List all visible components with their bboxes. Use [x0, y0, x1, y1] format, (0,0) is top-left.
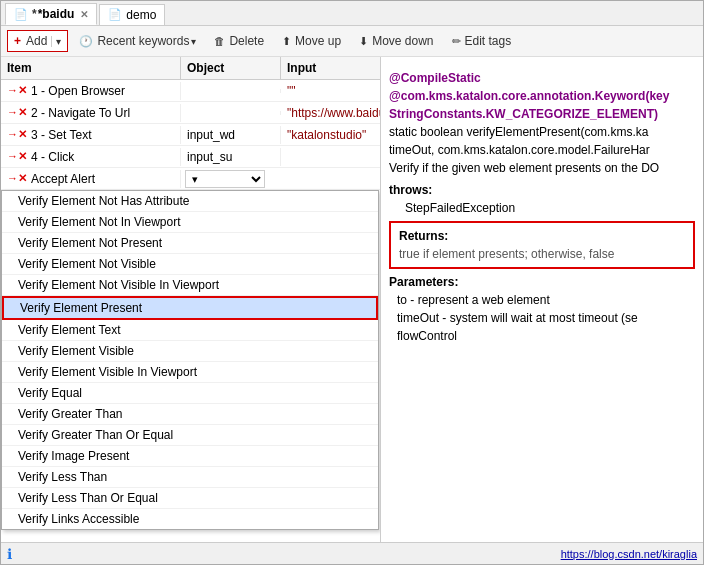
toolbar: + Add ▾ 🕐 Recent keywords ▾ 🗑 Delete ⬆ M…	[1, 26, 703, 57]
docs-panel: @CompileStatic @com.kms.katalon.core.ann…	[381, 57, 703, 542]
recent-keywords-label: Recent keywords	[97, 34, 189, 48]
col-header-object: Object	[181, 57, 281, 79]
dropdown-item[interactable]: Verify Element Not Present	[2, 233, 378, 254]
add-dropdown-arrow[interactable]: ▾	[51, 36, 61, 47]
docs-annotation-line2: @com.kms.katalon.core.annotation.Keyword…	[389, 87, 695, 105]
tab-label-demo: demo	[126, 8, 156, 22]
keyword-dropdown-list[interactable]: Verify Element Not Has Attribute Verify …	[1, 190, 379, 530]
step-input-1: ""	[281, 82, 380, 100]
accept-cell: →✕ Accept Alert	[1, 170, 181, 188]
info-link[interactable]: https://blog.csdn.net/kiraglia	[561, 548, 697, 560]
clock-icon: 🕐	[79, 35, 93, 48]
docs-description: Verify if the given web element presents…	[389, 159, 695, 177]
dropdown-item[interactable]: Verify Element Not Visible In Viewport	[2, 275, 378, 296]
file-icon-demo: 📄	[108, 8, 122, 21]
delete-label: Delete	[229, 34, 264, 48]
docs-returns-label: Returns:	[399, 227, 685, 245]
move-down-button[interactable]: ⬇ Move down	[352, 30, 440, 52]
tab-demo[interactable]: 📄 demo	[99, 4, 165, 25]
dropdown-item[interactable]: Verify Element Not Visible	[2, 254, 378, 275]
docs-throws-label: throws:	[389, 183, 432, 197]
accept-alert-label: Accept Alert	[31, 172, 95, 186]
edit-tags-label: Edit tags	[465, 34, 512, 48]
step-name-2: 2 - Navigate To Url	[31, 106, 130, 120]
step-list-panel: Item Object Input Outp →✕ 1 - Open Brows…	[1, 57, 381, 542]
add-button[interactable]: + Add ▾	[7, 30, 68, 52]
dropdown-item[interactable]: Verify Less Than Or Equal	[2, 488, 378, 509]
info-bar: ℹ https://blog.csdn.net/kiraglia	[1, 542, 703, 564]
docs-param-timeout: timeOut - system will wait at most timeo…	[397, 309, 695, 327]
docs-returns-value: true if element presents; otherwise, fal…	[399, 245, 685, 263]
step-input-3: "katalonstudio"	[281, 126, 380, 144]
step-arrow-icon: →✕	[7, 84, 27, 97]
content-area: Item Object Input Outp →✕ 1 - Open Brows…	[1, 57, 703, 542]
edit-tags-button[interactable]: ✏ Edit tags	[445, 30, 519, 52]
dropdown-item[interactable]: Verify Element Visible	[2, 341, 378, 362]
step-name-4: 4 - Click	[31, 150, 74, 164]
step-input-4	[281, 155, 380, 159]
move-up-button[interactable]: ⬆ Move up	[275, 30, 348, 52]
file-icon: 📄	[14, 8, 28, 21]
tab-baidu[interactable]: 📄 * *baidu ✕	[5, 3, 97, 25]
step-arrow-icon: →✕	[7, 150, 27, 163]
docs-param-to: to - represent a web element	[397, 291, 695, 309]
dropdown-item[interactable]: Verify Element Not Has Attribute	[2, 191, 378, 212]
tab-modified-indicator: *	[32, 7, 37, 21]
dropdown-item[interactable]: Verify Image Present	[2, 446, 378, 467]
move-up-label: Move up	[295, 34, 341, 48]
table-row[interactable]: →✕ 4 - Click input_su	[1, 146, 380, 168]
tab-label-baidu: *baidu	[38, 7, 75, 21]
col-header-item: Item	[1, 57, 181, 79]
dropdown-item[interactable]: Verify Element Text	[2, 320, 378, 341]
docs-annotation-line3: StringConstants.KW_CATEGORIZE_ELEMENT)	[389, 105, 695, 123]
main-window: 📄 * *baidu ✕ 📄 demo + Add ▾ 🕐 Recent key…	[0, 0, 704, 565]
docs-annotation-line1: @CompileStatic	[389, 69, 695, 87]
tab-bar: 📄 * *baidu ✕ 📄 demo	[1, 1, 703, 26]
step-object-3: input_wd	[181, 126, 281, 144]
col-header-input: Input	[281, 57, 381, 79]
docs-annotation-section: @CompileStatic @com.kms.katalon.core.ann…	[389, 69, 695, 177]
step-object-2	[181, 111, 281, 115]
dropdown-item[interactable]: Verify Element Visible In Viewport	[2, 362, 378, 383]
table-row[interactable]: →✕ 3 - Set Text input_wd "katalonstudio"	[1, 124, 380, 146]
docs-params-section: Parameters: to - represent a web element…	[389, 273, 695, 345]
docs-method-sig: static boolean verifyElementPresent(com.…	[389, 123, 695, 141]
step-name-1: 1 - Open Browser	[31, 84, 125, 98]
arrow-up-icon: ⬆	[282, 35, 291, 48]
step-item-3: →✕ 3 - Set Text	[1, 126, 181, 144]
info-icon: ℹ	[7, 546, 12, 562]
step-arrow-icon: →✕	[7, 172, 27, 185]
add-plus-icon: +	[14, 34, 21, 48]
accept-alert-select[interactable]: ▾	[185, 170, 265, 188]
table-row[interactable]: →✕ 1 - Open Browser ""	[1, 80, 380, 102]
docs-throws-value: StepFailedException	[405, 201, 515, 215]
step-arrow-icon: →✕	[7, 128, 27, 141]
docs-returns-box: Returns: true if element presents; other…	[389, 221, 695, 269]
dropdown-item[interactable]: Verify Less Than	[2, 467, 378, 488]
move-down-label: Move down	[372, 34, 433, 48]
step-input-2: "https://www.baidu.com/"	[281, 104, 380, 122]
step-name-3: 3 - Set Text	[31, 128, 91, 142]
dropdown-item[interactable]: Verify Greater Than Or Equal	[2, 425, 378, 446]
delete-icon: 🗑	[214, 35, 225, 47]
step-object-4: input_su	[181, 148, 281, 166]
recent-keywords-button[interactable]: 🕐 Recent keywords ▾	[72, 30, 203, 52]
docs-param1: timeOut, com.kms.katalon.core.model.Fail…	[389, 141, 695, 159]
step-object-1	[181, 89, 281, 93]
step-item-1: →✕ 1 - Open Browser	[1, 82, 181, 100]
dropdown-item[interactable]: Verify Greater Than	[2, 404, 378, 425]
dropdown-item[interactable]: Verify Element Not In Viewport	[2, 212, 378, 233]
dropdown-item-selected[interactable]: Verify Element Present	[2, 296, 378, 320]
table-header: Item Object Input Outp	[1, 57, 380, 80]
dropdown-item[interactable]: Verify Equal	[2, 383, 378, 404]
docs-params-label: Parameters:	[389, 273, 695, 291]
tag-icon: ✏	[452, 35, 461, 48]
docs-param-flow: flowControl	[397, 327, 695, 345]
docs-throws-section: throws: StepFailedException	[389, 181, 695, 217]
dropdown-item[interactable]: Verify Links Accessible	[2, 509, 378, 530]
table-row[interactable]: →✕ 2 - Navigate To Url "https://www.baid…	[1, 102, 380, 124]
delete-button[interactable]: 🗑 Delete	[207, 30, 271, 52]
tab-close-baidu[interactable]: ✕	[80, 9, 88, 20]
recent-keywords-arrow: ▾	[191, 36, 196, 47]
accept-alert-row[interactable]: →✕ Accept Alert ▾	[1, 168, 380, 190]
